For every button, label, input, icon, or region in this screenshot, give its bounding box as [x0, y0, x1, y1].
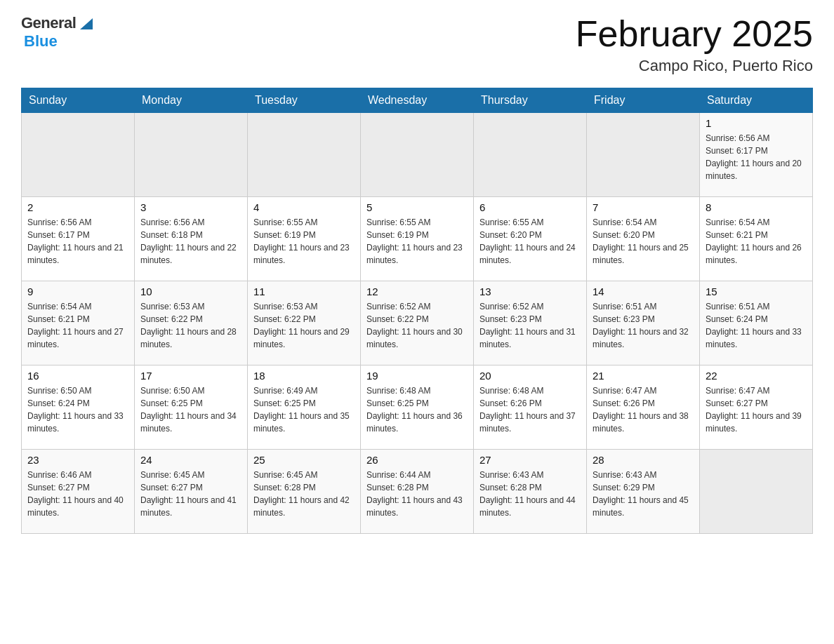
logo-general-text: General	[21, 14, 76, 32]
calendar-cell	[587, 113, 700, 197]
day-info: Sunrise: 6:56 AMSunset: 6:17 PMDaylight:…	[27, 216, 128, 267]
day-number: 3	[140, 201, 241, 213]
logo-blue-text: Blue	[24, 32, 58, 51]
sunrise-text: Sunrise: 6:48 AM	[366, 384, 468, 397]
sunset-text: Sunset: 6:19 PM	[366, 229, 468, 241]
day-info: Sunrise: 6:54 AMSunset: 6:20 PMDaylight:…	[593, 216, 694, 267]
calendar-cell: 10Sunrise: 6:53 AMSunset: 6:22 PMDayligh…	[135, 281, 248, 365]
sunrise-text: Sunrise: 6:54 AM	[27, 300, 128, 313]
day-info: Sunrise: 6:52 AMSunset: 6:23 PMDaylight:…	[479, 300, 581, 351]
day-header-sunday: Sunday	[22, 88, 135, 113]
sunrise-text: Sunrise: 6:54 AM	[593, 216, 694, 229]
sunset-text: Sunset: 6:25 PM	[253, 397, 355, 410]
day-number: 5	[366, 201, 468, 213]
sunset-text: Sunset: 6:23 PM	[479, 313, 581, 326]
calendar-cell: 17Sunrise: 6:50 AMSunset: 6:25 PMDayligh…	[135, 365, 248, 450]
sunrise-text: Sunrise: 6:55 AM	[366, 216, 468, 229]
day-number: 19	[366, 370, 468, 382]
calendar-cell: 15Sunrise: 6:51 AMSunset: 6:24 PMDayligh…	[700, 281, 813, 365]
daylight-text: Daylight: 11 hours and 34 minutes.	[140, 410, 241, 435]
calendar-cell: 19Sunrise: 6:48 AMSunset: 6:25 PMDayligh…	[361, 365, 474, 450]
daylight-text: Daylight: 11 hours and 44 minutes.	[479, 494, 581, 519]
daylight-text: Daylight: 11 hours and 29 minutes.	[253, 326, 355, 351]
sunset-text: Sunset: 6:29 PM	[593, 481, 694, 494]
calendar-cell: 24Sunrise: 6:45 AMSunset: 6:27 PMDayligh…	[135, 450, 248, 534]
day-number: 1	[706, 117, 807, 129]
sunrise-text: Sunrise: 6:52 AM	[479, 300, 581, 313]
calendar-cell: 22Sunrise: 6:47 AMSunset: 6:27 PMDayligh…	[700, 365, 813, 450]
daylight-text: Daylight: 11 hours and 28 minutes.	[140, 326, 241, 351]
calendar-cell: 2Sunrise: 6:56 AMSunset: 6:17 PMDaylight…	[22, 197, 135, 281]
day-info: Sunrise: 6:43 AMSunset: 6:28 PMDaylight:…	[479, 469, 581, 519]
sunset-text: Sunset: 6:21 PM	[706, 229, 807, 241]
day-number: 2	[27, 201, 128, 213]
day-info: Sunrise: 6:55 AMSunset: 6:20 PMDaylight:…	[479, 216, 581, 267]
calendar-cell: 16Sunrise: 6:50 AMSunset: 6:24 PMDayligh…	[22, 365, 135, 450]
calendar-cell	[135, 113, 248, 197]
day-info: Sunrise: 6:51 AMSunset: 6:24 PMDaylight:…	[706, 300, 807, 351]
sunrise-text: Sunrise: 6:56 AM	[140, 216, 241, 229]
month-title: February 2025	[576, 14, 813, 54]
logo-triangle-icon	[79, 15, 94, 34]
logo-top: General	[21, 14, 94, 32]
day-header-thursday: Thursday	[474, 88, 587, 113]
calendar-cell: 23Sunrise: 6:46 AMSunset: 6:27 PMDayligh…	[22, 450, 135, 534]
sunset-text: Sunset: 6:22 PM	[140, 313, 241, 326]
day-number: 16	[27, 370, 128, 382]
sunset-text: Sunset: 6:26 PM	[593, 397, 694, 410]
sunset-text: Sunset: 6:17 PM	[27, 229, 128, 241]
day-info: Sunrise: 6:45 AMSunset: 6:28 PMDaylight:…	[253, 469, 355, 519]
day-info: Sunrise: 6:50 AMSunset: 6:24 PMDaylight:…	[27, 384, 128, 435]
calendar-cell	[22, 113, 135, 197]
day-info: Sunrise: 6:50 AMSunset: 6:25 PMDaylight:…	[140, 384, 241, 435]
calendar-cell: 3Sunrise: 6:56 AMSunset: 6:18 PMDaylight…	[135, 197, 248, 281]
daylight-text: Daylight: 11 hours and 23 minutes.	[366, 241, 468, 267]
sunset-text: Sunset: 6:27 PM	[706, 397, 807, 410]
sunrise-text: Sunrise: 6:43 AM	[593, 469, 694, 481]
day-info: Sunrise: 6:49 AMSunset: 6:25 PMDaylight:…	[253, 384, 355, 435]
calendar-cell	[700, 450, 813, 534]
page-header: General Blue February 2025 Campo Rico, P…	[21, 14, 813, 75]
calendar-cell: 6Sunrise: 6:55 AMSunset: 6:20 PMDaylight…	[474, 197, 587, 281]
daylight-text: Daylight: 11 hours and 36 minutes.	[366, 410, 468, 435]
daylight-text: Daylight: 11 hours and 30 minutes.	[366, 326, 468, 351]
daylight-text: Daylight: 11 hours and 20 minutes.	[706, 157, 807, 182]
calendar-cell: 11Sunrise: 6:53 AMSunset: 6:22 PMDayligh…	[248, 281, 361, 365]
sunset-text: Sunset: 6:20 PM	[593, 229, 694, 241]
day-header-friday: Friday	[587, 88, 700, 113]
day-info: Sunrise: 6:53 AMSunset: 6:22 PMDaylight:…	[140, 300, 241, 351]
sunset-text: Sunset: 6:25 PM	[140, 397, 241, 410]
calendar-cell: 18Sunrise: 6:49 AMSunset: 6:25 PMDayligh…	[248, 365, 361, 450]
calendar-cell: 4Sunrise: 6:55 AMSunset: 6:19 PMDaylight…	[248, 197, 361, 281]
day-info: Sunrise: 6:55 AMSunset: 6:19 PMDaylight:…	[253, 216, 355, 267]
calendar-week-row: 9Sunrise: 6:54 AMSunset: 6:21 PMDaylight…	[22, 281, 813, 365]
calendar-week-row: 1Sunrise: 6:56 AMSunset: 6:17 PMDaylight…	[22, 113, 813, 197]
day-number: 15	[706, 286, 807, 297]
day-info: Sunrise: 6:51 AMSunset: 6:23 PMDaylight:…	[593, 300, 694, 351]
daylight-text: Daylight: 11 hours and 27 minutes.	[27, 326, 128, 351]
day-number: 22	[706, 370, 807, 382]
day-number: 23	[27, 454, 128, 466]
day-number: 14	[593, 286, 694, 297]
daylight-text: Daylight: 11 hours and 35 minutes.	[253, 410, 355, 435]
daylight-text: Daylight: 11 hours and 45 minutes.	[593, 494, 694, 519]
day-info: Sunrise: 6:56 AMSunset: 6:17 PMDaylight:…	[706, 132, 807, 182]
day-info: Sunrise: 6:43 AMSunset: 6:29 PMDaylight:…	[593, 469, 694, 519]
calendar-cell: 7Sunrise: 6:54 AMSunset: 6:20 PMDaylight…	[587, 197, 700, 281]
day-number: 4	[253, 201, 355, 213]
day-number: 6	[479, 201, 581, 213]
daylight-text: Daylight: 11 hours and 40 minutes.	[27, 494, 128, 519]
sunset-text: Sunset: 6:26 PM	[479, 397, 581, 410]
sunset-text: Sunset: 6:18 PM	[140, 229, 241, 241]
daylight-text: Daylight: 11 hours and 24 minutes.	[479, 241, 581, 267]
daylight-text: Daylight: 11 hours and 42 minutes.	[253, 494, 355, 519]
sunrise-text: Sunrise: 6:46 AM	[27, 469, 128, 481]
day-number: 17	[140, 370, 241, 382]
day-header-wednesday: Wednesday	[361, 88, 474, 113]
calendar-cell: 20Sunrise: 6:48 AMSunset: 6:26 PMDayligh…	[474, 365, 587, 450]
title-block: February 2025 Campo Rico, Puerto Rico	[576, 14, 813, 75]
calendar-cell: 25Sunrise: 6:45 AMSunset: 6:28 PMDayligh…	[248, 450, 361, 534]
day-header-tuesday: Tuesday	[248, 88, 361, 113]
day-info: Sunrise: 6:55 AMSunset: 6:19 PMDaylight:…	[366, 216, 468, 267]
sunset-text: Sunset: 6:17 PM	[706, 145, 807, 157]
